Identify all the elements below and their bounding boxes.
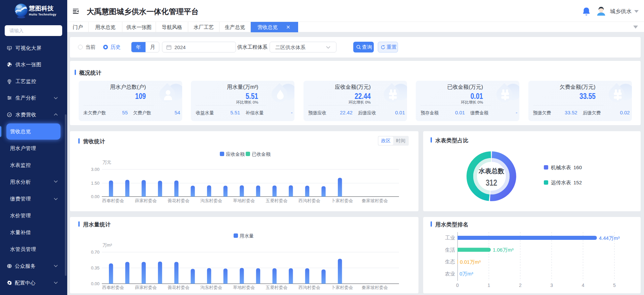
svg-text:1.06万m³: 1.06万m³ — [493, 247, 514, 253]
svg-text:草地村委会: 草地村委会 — [233, 198, 255, 203]
svg-text:沟东村委会: 沟东村委会 — [200, 198, 222, 203]
svg-text:万m³: 万m³ — [103, 243, 112, 248]
svg-text:西奉村委会: 西奉村委会 — [102, 198, 124, 203]
svg-text:农业: 农业 — [445, 271, 455, 276]
svg-text:西沟村委会: 西沟村委会 — [298, 285, 320, 290]
svg-text:西沟村委会: 西沟村委会 — [298, 198, 320, 203]
svg-text:0.35: 0.35 — [91, 265, 99, 270]
svg-text:西奉村委会: 西奉村委会 — [102, 285, 124, 290]
svg-text:1.50: 1.50 — [91, 181, 99, 186]
svg-text:5: 5 — [613, 283, 616, 288]
svg-text:薛家村委会: 薛家村委会 — [135, 285, 157, 290]
svg-text:远传水表: 远传水表 — [551, 180, 571, 185]
svg-text:卜家村委会: 卜家村委会 — [331, 198, 353, 203]
svg-text:0.70: 0.70 — [91, 250, 99, 255]
svg-text:1: 1 — [488, 283, 490, 288]
svg-text:机械水表: 机械水表 — [551, 164, 571, 170]
svg-text:2: 2 — [519, 283, 522, 288]
svg-text:3: 3 — [550, 283, 553, 288]
svg-text:水表总数: 水表总数 — [478, 168, 505, 175]
svg-text:0.01万m³: 0.01万m³ — [460, 259, 481, 265]
svg-text:312: 312 — [486, 178, 497, 187]
svg-text:4.44万m³: 4.44万m³ — [599, 235, 620, 241]
svg-text:善花村委会: 善花村委会 — [168, 198, 190, 203]
svg-text:3.00: 3.00 — [91, 167, 99, 172]
svg-text:4: 4 — [582, 283, 585, 288]
svg-text:0.00: 0.00 — [91, 281, 99, 286]
svg-text:草地村委会: 草地村委会 — [233, 285, 255, 290]
svg-text:卜家村委会: 卜家村委会 — [331, 285, 353, 290]
svg-text:0: 0 — [456, 283, 459, 288]
svg-text:0万m³: 0万m³ — [459, 271, 473, 276]
svg-text:生活: 生活 — [445, 247, 455, 253]
svg-text:152: 152 — [573, 180, 582, 185]
svg-text:善花村委会: 善花村委会 — [168, 285, 190, 290]
svg-text:万元: 万元 — [103, 160, 111, 165]
svg-text:秦家坡村委会: 秦家坡村委会 — [362, 198, 388, 203]
svg-text:秦家坡村委会: 秦家坡村委会 — [362, 285, 388, 290]
svg-text:沟东村委会: 沟东村委会 — [200, 285, 222, 290]
svg-text:0.00: 0.00 — [91, 194, 99, 199]
svg-text:生态: 生态 — [445, 259, 455, 264]
svg-text:五爱村委会: 五爱村委会 — [266, 198, 288, 203]
svg-text:五爱村委会: 五爱村委会 — [266, 285, 288, 290]
svg-text:薛家村委会: 薛家村委会 — [135, 198, 157, 203]
svg-text:160: 160 — [573, 164, 582, 170]
svg-text:工业: 工业 — [445, 235, 455, 241]
